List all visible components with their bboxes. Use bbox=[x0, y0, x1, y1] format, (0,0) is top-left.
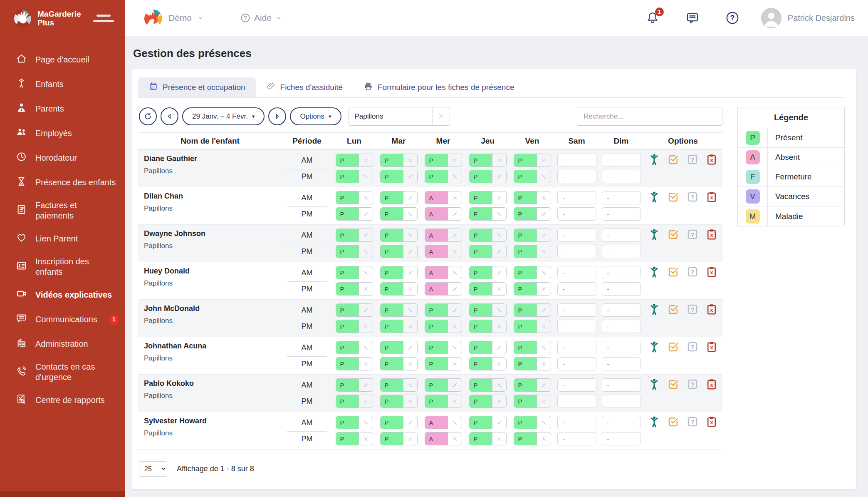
attendance-status-button[interactable]: P bbox=[381, 191, 403, 204]
clear-attendance-button[interactable] bbox=[448, 432, 462, 445]
sidebar-item-parents[interactable]: Parents bbox=[0, 97, 125, 121]
clear-attendance-button[interactable] bbox=[492, 320, 506, 333]
weekend-cell-sam-pm[interactable]: - bbox=[557, 245, 596, 258]
attendance-status-button[interactable]: P bbox=[336, 283, 359, 295]
clear-attendance-button[interactable] bbox=[448, 208, 462, 220]
attendance-status-button[interactable]: P bbox=[336, 154, 359, 166]
weekend-cell-sam-pm[interactable]: - bbox=[557, 395, 596, 408]
attendance-status-button[interactable]: P bbox=[514, 208, 537, 220]
attendance-status-button[interactable]: P bbox=[470, 304, 492, 316]
clear-attendance-button[interactable] bbox=[448, 379, 462, 391]
options-button[interactable]: Options ▾ bbox=[290, 107, 341, 125]
group-filter-input[interactable] bbox=[349, 107, 433, 125]
attendance-status-button[interactable]: P bbox=[514, 229, 537, 241]
clear-attendance-button[interactable] bbox=[359, 358, 373, 370]
clear-attendance-button[interactable] bbox=[537, 229, 551, 241]
clear-attendance-button[interactable] bbox=[359, 229, 373, 241]
clear-attendance-button[interactable] bbox=[537, 283, 551, 295]
clear-attendance-button[interactable] bbox=[359, 283, 373, 295]
attendance-status-button[interactable]: P bbox=[514, 266, 537, 279]
clear-attendance-button[interactable] bbox=[359, 416, 373, 429]
weekend-cell-sam-am[interactable]: - bbox=[557, 303, 596, 317]
clear-attendance-button[interactable] bbox=[492, 416, 506, 429]
tab-pr-sence-et-occupation[interactable]: Présence et occupation bbox=[138, 77, 256, 97]
clear-attendance-button[interactable] bbox=[537, 245, 551, 258]
weekend-cell-dim-am[interactable]: - bbox=[602, 154, 641, 167]
weekend-cell-dim-am[interactable]: - bbox=[602, 266, 641, 279]
weekend-cell-sam-pm[interactable]: - bbox=[557, 320, 596, 333]
next-week-button[interactable] bbox=[268, 107, 286, 125]
attendance-status-button[interactable]: P bbox=[336, 379, 359, 391]
question-box-icon[interactable]: ? bbox=[686, 228, 699, 242]
attendance-status-button[interactable]: P bbox=[381, 379, 403, 391]
clear-attendance-button[interactable] bbox=[359, 341, 373, 354]
clear-attendance-button[interactable] bbox=[448, 191, 462, 204]
clear-attendance-button[interactable] bbox=[448, 283, 462, 295]
clear-attendance-button[interactable] bbox=[448, 341, 462, 354]
attendance-status-button[interactable]: P bbox=[514, 154, 537, 166]
weekend-cell-dim-am[interactable]: - bbox=[602, 378, 641, 392]
attendance-status-button[interactable]: P bbox=[470, 154, 492, 166]
sidebar-item-administration[interactable]: Administration bbox=[0, 332, 125, 356]
clear-attendance-button[interactable] bbox=[492, 341, 506, 354]
attendance-status-button[interactable]: P bbox=[470, 283, 492, 295]
child-standing-icon[interactable] bbox=[648, 340, 660, 355]
attendance-status-button[interactable]: P bbox=[425, 341, 448, 354]
clear-attendance-button[interactable] bbox=[403, 154, 417, 166]
attendance-status-button[interactable]: P bbox=[336, 395, 359, 408]
clear-attendance-button[interactable] bbox=[448, 358, 462, 370]
weekend-cell-dim-am[interactable]: - bbox=[602, 229, 641, 242]
clear-attendance-button[interactable] bbox=[359, 395, 373, 408]
attendance-status-button[interactable]: P bbox=[514, 379, 537, 391]
notifications-bell-icon[interactable]: 1 bbox=[645, 11, 660, 25]
weekend-cell-sam-pm[interactable]: - bbox=[557, 432, 596, 445]
clear-attendance-button[interactable] bbox=[492, 229, 506, 241]
clear-filter-button[interactable] bbox=[433, 107, 450, 125]
attendance-status-button[interactable]: P bbox=[514, 395, 537, 408]
clear-attendance-button[interactable] bbox=[403, 416, 417, 429]
attendance-status-button[interactable]: P bbox=[425, 379, 448, 391]
attendance-status-button[interactable]: P bbox=[336, 266, 359, 279]
clear-attendance-button[interactable] bbox=[359, 266, 373, 279]
clear-attendance-button[interactable] bbox=[448, 395, 462, 408]
clear-attendance-button[interactable] bbox=[359, 170, 373, 183]
search-input[interactable] bbox=[577, 107, 722, 126]
sidebar-item-centre-de-rapports[interactable]: Centre de rapports bbox=[0, 388, 125, 413]
attendance-status-button[interactable]: P bbox=[381, 304, 403, 316]
sidebar-item-factures-et-paiements[interactable]: Factures et paiements bbox=[0, 195, 125, 226]
clear-attendance-button[interactable] bbox=[492, 191, 506, 204]
question-box-icon[interactable]: ? bbox=[686, 415, 699, 430]
clipboard-x-icon[interactable]: x bbox=[705, 303, 718, 317]
child-standing-icon[interactable] bbox=[648, 266, 660, 280]
weekend-cell-sam-pm[interactable]: - bbox=[557, 282, 596, 296]
clipboard-x-icon[interactable]: x bbox=[705, 228, 718, 242]
clear-attendance-button[interactable] bbox=[403, 245, 417, 258]
weekend-cell-dim-pm[interactable]: - bbox=[602, 357, 641, 370]
attendance-status-button[interactable]: P bbox=[336, 245, 359, 258]
attendance-status-button[interactable]: A bbox=[425, 191, 448, 204]
sidebar-item-enfants[interactable]: Enfants bbox=[0, 72, 125, 97]
attendance-status-button[interactable]: P bbox=[470, 245, 492, 258]
attendance-status-button[interactable]: P bbox=[381, 358, 403, 370]
child-standing-icon[interactable] bbox=[648, 153, 660, 167]
child-standing-icon[interactable] bbox=[648, 303, 660, 317]
attendance-status-button[interactable]: P bbox=[336, 170, 359, 183]
date-range-button[interactable]: 29 Janv. – 4 Févr. ▾ bbox=[182, 107, 265, 125]
attendance-status-button[interactable]: P bbox=[381, 170, 403, 183]
weekend-cell-sam-am[interactable]: - bbox=[557, 154, 596, 167]
attendance-status-button[interactable]: P bbox=[514, 341, 537, 354]
clipboard-x-icon[interactable]: x bbox=[705, 266, 718, 280]
sidebar-item-communications[interactable]: Communications 1 bbox=[0, 307, 125, 332]
clear-attendance-button[interactable] bbox=[537, 208, 551, 220]
attendance-status-button[interactable]: P bbox=[336, 341, 359, 354]
clear-attendance-button[interactable] bbox=[403, 320, 417, 333]
question-box-icon[interactable]: ? bbox=[686, 266, 699, 280]
clear-attendance-button[interactable] bbox=[448, 304, 462, 316]
attendance-status-button[interactable]: P bbox=[470, 358, 492, 370]
weekend-cell-dim-pm[interactable]: - bbox=[602, 320, 641, 333]
clear-attendance-button[interactable] bbox=[537, 266, 551, 279]
checkbox-icon[interactable] bbox=[667, 340, 680, 355]
clear-attendance-button[interactable] bbox=[403, 341, 417, 354]
attendance-status-button[interactable]: P bbox=[336, 358, 359, 370]
attendance-status-button[interactable]: P bbox=[470, 379, 492, 391]
